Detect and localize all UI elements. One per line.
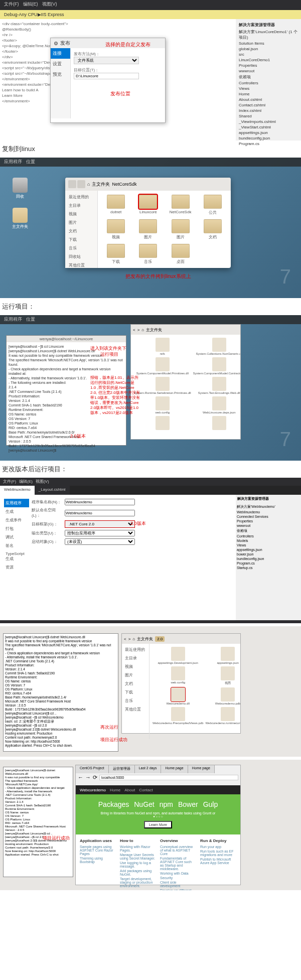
- file-item[interactable]: WebLinuxcore.PrecompiledViews.dll: [193, 416, 240, 430]
- file-item[interactable]: System.Collections.NonGeneric.dll: [193, 338, 240, 355]
- solution-tree-item[interactable]: Contact.cshtml: [239, 102, 299, 108]
- reload-icon[interactable]: ⟳: [93, 774, 97, 781]
- fm-sidebar-item[interactable]: 主目录: [123, 654, 147, 662]
- tab-layout[interactable]: _Layout.cshtml: [35, 486, 70, 495]
- dialog-sidebar-item[interactable]: 预览: [51, 69, 70, 80]
- column-link[interactable]: Conceptual overview of what is ASP.NET C…: [160, 845, 196, 856]
- file-item[interactable]: appsettings.Development.json: [153, 647, 204, 664]
- fm-sidebar-item[interactable]: 回收站: [67, 252, 95, 261]
- column-link[interactable]: Fundamentals of ASP.NET Core such as Sta…: [160, 856, 196, 871]
- file-item[interactable]: System.Runtime.Serialization.Primitives.…: [134, 377, 191, 394]
- menu-edit[interactable]: 编辑(E): [23, 1, 38, 9]
- column-link[interactable]: Client side development: [160, 880, 196, 888]
- fm-sidebar-item[interactable]: 下载: [67, 235, 95, 244]
- solution-tree-item[interactable]: src: [239, 52, 299, 57]
- folder-item[interactable]: 图片: [134, 219, 162, 240]
- folder-item[interactable]: NetCoreSdk: [167, 195, 195, 215]
- file-item[interactable]: refs: [134, 338, 191, 355]
- browser-tab[interactable]: Home page: [161, 765, 188, 773]
- folder-item[interactable]: 音乐: [134, 244, 162, 264]
- folder-item[interactable]: 公共: [199, 195, 227, 215]
- browser-tab[interactable]: Last 2 days: [135, 765, 162, 773]
- toolbar-config[interactable]: Debug: [4, 12, 18, 17]
- fm-sidebar-item[interactable]: 视频: [67, 210, 95, 218]
- browser-tab[interactable]: 运营管理器: [109, 765, 135, 773]
- column-link[interactable]: Publish to Microsoft Azure App Service: [200, 857, 236, 865]
- folder-item[interactable]: 桌面: [167, 244, 195, 264]
- solution-tree-item[interactable]: Program.cs: [239, 141, 299, 147]
- file-item[interactable]: Webcoredemo.PrecompiledViews.pdb: [153, 707, 204, 725]
- column-link[interactable]: Develop on different platforms: [160, 888, 196, 890]
- fm-sidebar-item[interactable]: 最近使用的: [67, 193, 95, 201]
- solution-tree-item[interactable]: Controllers: [237, 534, 300, 538]
- prop-sidebar-item[interactable]: 调试: [4, 533, 29, 541]
- folder-item[interactable]: 图片: [167, 219, 195, 240]
- solution-tree-item[interactable]: Weblinuxdemo: [237, 510, 300, 514]
- column-link[interactable]: Run your app: [200, 845, 236, 849]
- folder-item[interactable]: 视频: [102, 219, 130, 240]
- assembly-name-input[interactable]: [65, 499, 135, 505]
- tab-project[interactable]: Weblinuxdemo: [0, 486, 35, 495]
- solution-tree-item[interactable]: Controllers: [239, 80, 299, 86]
- fm-sidebar-item[interactable]: 文档: [123, 679, 147, 688]
- solution-tree-item[interactable]: Index.cshtml: [239, 108, 299, 113]
- solution-tree-item[interactable]: 解决方案'LinuxCoreDemo1' (1 个项目): [239, 29, 299, 41]
- solution-tree-item[interactable]: Properties: [237, 519, 300, 523]
- terminal-window-2[interactable]: [wenya@localhost Linuxcore]$ dotnet WebL…: [3, 633, 118, 752]
- solution-tree-item[interactable]: 依赖项: [237, 528, 300, 534]
- solution-tree-item[interactable]: 解决方案'Weblinuxdemo': [237, 504, 300, 510]
- solution-tree-item[interactable]: Solution Items: [239, 41, 299, 46]
- fm-sidebar-item[interactable]: 文档: [67, 227, 95, 235]
- nav-link[interactable]: About: [124, 788, 135, 792]
- fm-sidebar-item[interactable]: 音乐: [67, 244, 95, 252]
- dialog-sidebar-item[interactable]: 设置: [51, 59, 70, 69]
- folder-item[interactable]: 文档: [199, 219, 227, 240]
- file-item[interactable]: web.config: [134, 396, 191, 414]
- solution-tree-item[interactable]: appsettings.json: [237, 547, 300, 552]
- nav-link[interactable]: Home: [110, 788, 120, 792]
- solution-tree-item[interactable]: _ViewStart.cshtml: [239, 124, 299, 130]
- column-link[interactable]: Working with Data: [160, 871, 196, 876]
- fm-sidebar-item[interactable]: 其他位置: [67, 261, 95, 269]
- solution-tree-item[interactable]: LinuxCoreDemo1: [239, 57, 299, 63]
- desktop-icon-trash[interactable]: 回收: [10, 178, 30, 199]
- solution-tree-item[interactable]: bundleconfig.json: [237, 556, 300, 561]
- path-segment[interactable]: 主文件夹: [92, 181, 110, 188]
- prop-sidebar-item[interactable]: 应用程序: [4, 499, 29, 507]
- default-ns-input[interactable]: [65, 510, 135, 516]
- solution-tree-item[interactable]: appsettings.json: [239, 130, 299, 135]
- column-link[interactable]: Manage User Secrets using Secret Manager…: [120, 853, 156, 861]
- file-item[interactable]: 视图: [206, 666, 241, 685]
- file-item[interactable]: System.ComponentModel.Primitives.dll: [134, 357, 191, 375]
- browser-tab[interactable]: CentOS Project: [76, 765, 109, 773]
- publish-method-select[interactable]: 文件系统: [74, 57, 139, 64]
- menubar-item[interactable]: 应用程序: [4, 159, 22, 166]
- fm-sidebar-item[interactable]: 图片: [123, 671, 147, 679]
- column-link[interactable]: Working with Razor Pages.: [120, 845, 156, 853]
- file-item[interactable]: Webcoredemo.dll: [153, 687, 204, 705]
- solution-tree-item[interactable]: bower.json: [237, 552, 300, 556]
- back-icon[interactable]: ←: [78, 774, 83, 780]
- folder-item[interactable]: 下载: [102, 244, 130, 264]
- folder-item[interactable]: Linuxcore: [134, 195, 162, 215]
- solution-tree-item[interactable]: global.json: [239, 46, 299, 52]
- solution-tree-item[interactable]: wwwroot: [237, 523, 300, 528]
- fm-sidebar-item[interactable]: 视频: [123, 662, 147, 671]
- fm-sidebar-item[interactable]: 其他位置: [123, 705, 147, 714]
- terminal-window-3[interactable]: [wenya@localhost Linuxcore]$ dotnet WebL…: [3, 767, 73, 877]
- folder-item[interactable]: dotnet: [102, 195, 130, 215]
- solution-tree-item[interactable]: Models: [237, 538, 300, 543]
- solution-tree-item[interactable]: 依赖项: [239, 74, 299, 80]
- learn-more-button[interactable]: Learn More: [144, 821, 172, 828]
- file-item[interactable]: WebLinuxcore.deps.json: [193, 396, 240, 414]
- column-link[interactable]: Run tools such as EF migrations and more: [200, 849, 236, 857]
- url-input[interactable]: [99, 775, 238, 780]
- fm-tab[interactable]: NetCoreSdk: [112, 182, 136, 187]
- toolbar-iis[interactable]: IIS Express: [41, 12, 64, 17]
- fm-sidebar-item[interactable]: 音乐: [123, 696, 147, 705]
- output-type-select[interactable]: 控制台应用程序: [65, 530, 135, 536]
- dialog-sidebar-item[interactable]: 连接: [51, 48, 70, 59]
- forward-icon[interactable]: →: [85, 774, 91, 780]
- forward-button[interactable]: [77, 180, 85, 188]
- file-item[interactable]: Webcoredemo.runtimeconfig.json: [206, 707, 241, 725]
